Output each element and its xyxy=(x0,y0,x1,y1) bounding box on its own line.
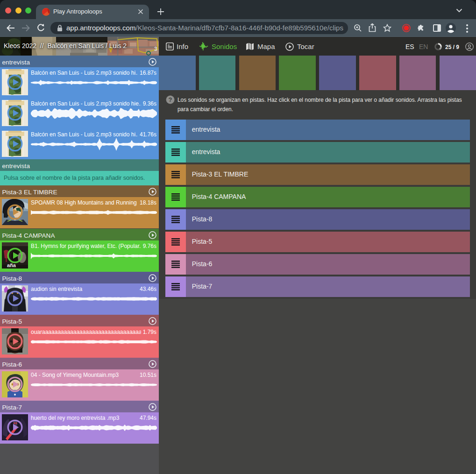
svg-text:?: ? xyxy=(169,96,172,103)
